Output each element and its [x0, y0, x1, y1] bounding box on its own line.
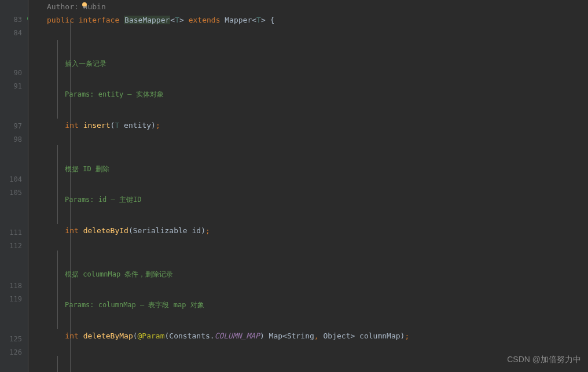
kw-interface: interface [79, 16, 119, 24]
gutter: 83 84 90 91 97 98 104 105 111 112 118 11… [0, 0, 28, 372]
gutter-line [0, 253, 22, 266]
line-number: 90 [14, 69, 22, 77]
code-line[interactable]: Author: hubin [47, 0, 588, 13]
line-number: 111 [9, 229, 22, 237]
method-deletebymap[interactable]: int deleteByMap(@Param(Constants.COLUMN_… [47, 329, 588, 342]
gutter-line[interactable]: 83 [0, 13, 22, 27]
line-number: 119 [9, 295, 22, 303]
watermark: CSDN @加倍努力中 [507, 355, 581, 365]
code-area[interactable]: Author: hubin public interface BaseMappe… [28, 0, 588, 372]
line-number: 118 [9, 282, 22, 290]
method-name: deleteByMap [83, 332, 133, 340]
gutter-line[interactable]: 91 [0, 80, 22, 93]
gutter-line[interactable]: 111 [0, 226, 22, 240]
gutter-line [0, 160, 22, 173]
javadoc-insert[interactable]: 插入一条记录 Params: entity – 实体对象 [57, 40, 588, 119]
gutter-line[interactable]: 105 [0, 186, 22, 200]
code-line-blank[interactable] [47, 237, 588, 251]
lightbulb-icon[interactable] [80, 2, 89, 10]
javadoc-deletebymap[interactable]: 根据 columnMap 条件，删除记录 Params: columnMap –… [57, 251, 588, 329]
code-line-blank[interactable] [47, 342, 588, 356]
doc-title: 插入一条记录 [65, 57, 588, 71]
gutter-line [0, 213, 22, 226]
gutter-line[interactable]: 97 [0, 120, 22, 133]
line-number: 105 [9, 189, 22, 197]
gutter-line[interactable]: 98 [0, 133, 22, 146]
method-name: deleteById [83, 226, 128, 235]
gutter-line [0, 266, 22, 279]
line-number: 98 [14, 135, 22, 143]
doc-title: 根据 columnMap 条件，删除记录 [65, 268, 588, 281]
doc-title: 根据 ID 删除 [65, 163, 588, 176]
doc-params: Params: id – 主键ID [65, 193, 588, 207]
annotation-param: @Param [138, 332, 165, 340]
method-name: insert [83, 121, 111, 130]
gutter-line[interactable]: 118 [0, 279, 22, 293]
javadoc-deletebyid[interactable]: 根据 ID 删除 Params: id – 主键ID [57, 145, 588, 224]
svg-point-1 [82, 2, 87, 7]
gutter-line [0, 93, 22, 106]
const-columnmap: COLUMN_MAP [215, 332, 260, 340]
gutter-line[interactable]: 125 [0, 333, 22, 346]
code-line-blank[interactable] [47, 27, 588, 40]
svg-rect-2 [83, 6, 86, 8]
kw-extends: extends [189, 16, 220, 24]
class-declaration[interactable]: public interface BaseMapper<T> extends M… [47, 13, 588, 27]
gutter-line[interactable]: 90 [0, 67, 22, 80]
class-name: BaseMapper [124, 16, 170, 24]
doc-author: Author: hubin [47, 2, 106, 11]
gutter-line [0, 0, 22, 13]
gutter-line[interactable]: 84 [0, 27, 22, 40]
gutter-line [0, 53, 22, 67]
gutter-line[interactable]: 104 [0, 173, 22, 186]
gutter-line [0, 306, 22, 319]
gutter-line [0, 106, 22, 120]
line-number: 104 [9, 175, 22, 183]
gutter-line[interactable]: 112 [0, 240, 22, 253]
line-number: 125 [9, 335, 22, 343]
method-deletebyid[interactable]: int deleteById(Serializable id); [47, 224, 588, 237]
gutter-line [0, 200, 22, 213]
gutter-line [0, 146, 22, 160]
gutter-line[interactable]: 126 [0, 346, 22, 359]
line-number: 126 [9, 348, 22, 356]
line-number: 83 [14, 16, 22, 24]
method-insert[interactable]: int insert(T entity); [47, 119, 588, 132]
type-mapper: Mapper [225, 16, 252, 24]
gutter-line [0, 319, 22, 333]
line-number: 97 [14, 122, 22, 130]
doc-params: Params: entity – 实体对象 [65, 88, 588, 101]
gutter-line[interactable]: 119 [0, 293, 22, 306]
gutter-line [0, 40, 22, 53]
kw-public: public [47, 16, 74, 24]
doc-params: Params: columnMap – 表字段 map 对象 [65, 299, 588, 312]
line-number: 84 [14, 29, 22, 37]
editor-container: 83 84 90 91 97 98 104 105 111 112 118 11… [0, 0, 588, 372]
line-number: 112 [9, 242, 22, 250]
line-number: 91 [14, 82, 22, 90]
code-line-blank[interactable] [47, 132, 588, 145]
